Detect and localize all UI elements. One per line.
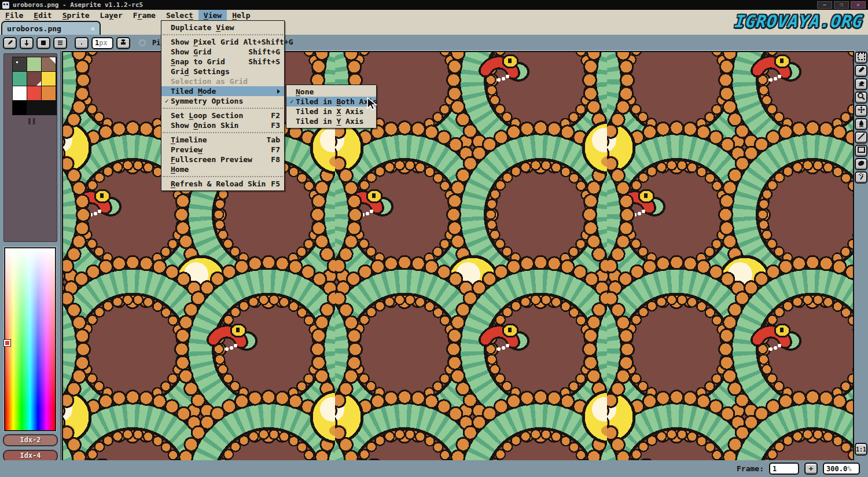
- palette-swatch[interactable]: [42, 57, 56, 71]
- palette-swatch[interactable]: [27, 86, 41, 100]
- palette-swatch[interactable]: [13, 86, 27, 100]
- pixel-perfect-toggle[interactable]: [139, 39, 146, 46]
- ink-drop-icon: [857, 119, 866, 130]
- app-icon: [2, 2, 9, 9]
- zoom-level-input[interactable]: 300.0%: [823, 463, 860, 475]
- mouse-cursor: [366, 97, 379, 113]
- move-tool-button[interactable]: [855, 105, 867, 117]
- menu-item-show-grid[interactable]: Show GridShift+G: [161, 47, 284, 57]
- menu-separator: [163, 176, 283, 177]
- context-bar: 1px Pixel-pe: [0, 35, 868, 51]
- menu-item-home[interactable]: Home: [161, 164, 284, 174]
- brush-preview-button[interactable]: [75, 37, 89, 49]
- brush-size-unit: px: [99, 39, 107, 47]
- add-frame-button[interactable]: +: [804, 463, 818, 475]
- paint-bucket-tool-button[interactable]: [855, 118, 867, 130]
- swatch-marker-triangle: [49, 57, 56, 64]
- menu-item-grid-settings[interactable]: Grid Settings: [161, 67, 284, 76]
- pencil-mode-button[interactable]: [3, 37, 17, 49]
- menu-help[interactable]: Help: [227, 10, 255, 20]
- menu-item-tiled-mode[interactable]: Tiled Mode: [161, 86, 284, 96]
- palette-resize-grip[interactable]: ❚❚: [27, 116, 36, 125]
- menu-separator: [163, 34, 283, 35]
- zoom-tool-button[interactable]: [855, 91, 867, 104]
- hamburger-icon: [57, 38, 64, 49]
- menu-item-timeline[interactable]: TimelineTab: [161, 135, 284, 145]
- view-menu-popup: Duplicate View Show Pixel GridAlt+Shift+…: [161, 20, 285, 191]
- menu-item-symmetry-options[interactable]: ✓Symmetry Options: [161, 96, 284, 106]
- swatch-marker-triangle: [36, 81, 41, 86]
- menu-edit[interactable]: Edit: [28, 10, 57, 20]
- menu-layer[interactable]: Layer: [95, 10, 128, 20]
- frame-number-value: 1: [773, 465, 777, 473]
- color-spectrum-picker[interactable]: [4, 247, 56, 431]
- drop-mode-button[interactable]: [20, 37, 34, 49]
- submenu-item-none[interactable]: None: [286, 87, 376, 97]
- igrovaya-watermark: IGROVAYA.ORG: [734, 12, 865, 31]
- foreground-color-index-button[interactable]: Idx-2: [3, 434, 58, 446]
- zoom-1-1-button[interactable]: 1:1: [855, 443, 867, 456]
- menu-item-refresh-reload-skin[interactable]: Refresh & Reload SkinF5: [161, 179, 284, 189]
- brush-size-value: 1: [95, 39, 99, 47]
- menu-separator: [163, 132, 283, 133]
- window-title: uroboros.png - Aseprite v1.1.2-rc5: [13, 1, 143, 9]
- menu-item-set-loop-section[interactable]: Set Loop SectionF2: [161, 111, 284, 120]
- square-brush-button[interactable]: [36, 37, 50, 49]
- magnifier-icon: [857, 92, 866, 103]
- line-tool-button[interactable]: [855, 131, 867, 144]
- spray-icon: [857, 172, 866, 183]
- tab-label: uroboros.png: [7, 24, 61, 33]
- spray-tool-button[interactable]: [855, 171, 867, 184]
- palette-swatch[interactable]: [27, 72, 41, 86]
- tab-uroboros[interactable]: uroboros.png ×: [1, 21, 101, 35]
- eraser-tool-button[interactable]: [855, 78, 867, 90]
- minimize-button[interactable]: –: [817, 1, 832, 9]
- tab-close-icon[interactable]: ×: [91, 25, 95, 33]
- menu-item-show-pixel-grid[interactable]: Show Pixel GridAlt+Shift+G: [161, 37, 284, 47]
- submenu-item-tiled-x-axis[interactable]: Tiled in X Axis: [286, 107, 376, 116]
- marquee-tool-button[interactable]: [855, 52, 867, 64]
- submenu-item-tiled-both-axis[interactable]: ✓Tiled in Both Axis: [286, 97, 376, 107]
- window-controls: – ❒ ✕: [817, 1, 866, 9]
- brush-size-field[interactable]: 1px: [91, 37, 113, 49]
- menu-item-preview[interactable]: PreviewF7: [161, 145, 284, 155]
- menu-separator: [163, 108, 283, 109]
- tool-bar: 1:1: [854, 51, 868, 460]
- rectangle-icon: [857, 145, 866, 156]
- palette-swatch[interactable]: [27, 57, 41, 71]
- line-icon: [857, 132, 866, 143]
- menu-sprite[interactable]: Sprite: [57, 10, 95, 20]
- pencil-icon: [6, 38, 14, 49]
- menu-item-snap-to-grid[interactable]: Snap to GridShift+S: [161, 57, 284, 67]
- close-button[interactable]: ✕: [851, 1, 866, 9]
- palette-swatch[interactable]: [42, 86, 56, 100]
- title-bar: uroboros.png - Aseprite v1.1.2-rc5 – ❒ ✕: [0, 0, 868, 10]
- contour-tool-button[interactable]: [855, 158, 867, 170]
- brush-dot-icon: [79, 38, 84, 49]
- menu-file[interactable]: File: [0, 10, 28, 20]
- brush-options-button[interactable]: [53, 37, 67, 49]
- frame-number-input[interactable]: 1: [769, 463, 799, 475]
- menu-item-show-onion-skin[interactable]: Show Onion SkinF3: [161, 120, 284, 130]
- menu-item-fullscreen-preview[interactable]: Fullscreen PreviewF8: [161, 155, 284, 164]
- palette-swatch[interactable]: [42, 72, 56, 86]
- rectangular-marquee-icon: [857, 52, 866, 63]
- restore-button[interactable]: ❒: [834, 1, 849, 9]
- square-icon: [40, 38, 47, 49]
- menu-frame[interactable]: Frame: [128, 10, 161, 20]
- palette-swatch[interactable]: [13, 57, 27, 71]
- zoom-unit: %: [847, 465, 851, 473]
- check-icon: ✓: [165, 97, 171, 105]
- menu-item-duplicate-view[interactable]: Duplicate View: [161, 23, 284, 32]
- rectangle-tool-button[interactable]: [855, 145, 867, 157]
- palette-swatch[interactable]: [13, 72, 27, 86]
- palette-swatch[interactable]: [13, 101, 27, 115]
- spectrum-marker[interactable]: [4, 340, 10, 346]
- pencil-tool-button[interactable]: [855, 65, 867, 77]
- menu-select[interactable]: Select: [161, 10, 198, 20]
- ink-stamp-icon: [119, 38, 127, 49]
- frame-label: Frame:: [737, 464, 764, 473]
- ink-button[interactable]: [116, 37, 130, 49]
- menu-view[interactable]: View: [198, 10, 227, 20]
- submenu-item-tiled-y-axis[interactable]: Tiled in Y Axis: [286, 116, 376, 126]
